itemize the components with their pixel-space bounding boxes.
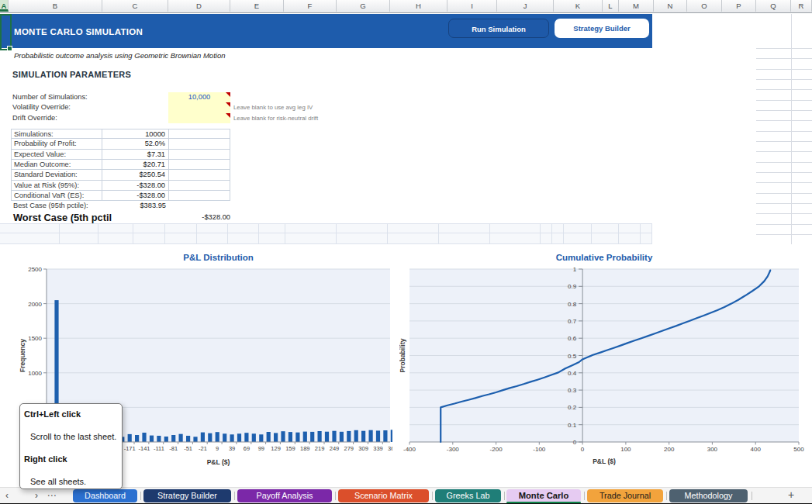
sheet-tab-trade-journal[interactable]: Trade Journal [587,489,663,503]
svg-text:279: 279 [344,445,354,452]
column-header-P[interactable]: P [722,0,756,12]
empty-cell[interactable] [169,129,230,139]
sheet-tab-greeks-lab[interactable]: Greeks Lab [435,489,501,503]
stat-label[interactable]: Conditional VaR (ES): [11,191,102,201]
svg-text:129: 129 [271,445,281,452]
tab-separator [666,492,667,500]
column-header-Q[interactable]: Q [756,0,791,12]
fill-handle[interactable] [7,46,12,51]
svg-text:-200: -200 [490,446,503,453]
stat-value[interactable]: 52.0% [102,139,169,149]
sheet-tab-methodology[interactable]: Methodology [669,489,748,503]
svg-text:1000: 1000 [28,370,42,377]
column-header-N[interactable]: N [654,0,687,12]
cdf-xlabel: P&L ($) [593,457,616,465]
svg-text:0.4: 0.4 [568,370,577,377]
stat-row: Conditional VaR (ES):-$328.00 [11,191,230,201]
stat-label[interactable]: Median Outcome: [11,160,102,170]
tab-separator [432,492,433,500]
stat-label[interactable]: Probability of Profit: [11,139,102,149]
cdf-ylabel: Probability [399,338,406,372]
active-tab-underline [506,502,581,504]
sheet-tab-payoff-analysis[interactable]: Payoff Analysis [237,489,332,503]
svg-text:249: 249 [330,445,340,452]
svg-text:1: 1 [573,266,577,273]
column-header-O[interactable]: O [687,0,722,12]
stat-label[interactable]: Expected Value: [11,150,102,160]
column-header-F[interactable]: F [284,0,337,12]
svg-text:-171: -171 [124,445,136,452]
column-header-H[interactable]: H [390,0,447,12]
svg-text:-141: -141 [138,445,150,452]
column-header-C[interactable]: C [102,0,168,12]
svg-text:39: 39 [229,445,235,452]
sheet-tab-monte-carlo[interactable]: Monte Carlo [506,489,581,503]
sheet-tab-dashboard[interactable]: Dashboard [73,489,137,503]
column-headers: ABCDEFGHIJKLMNOPQR [0,0,812,13]
empty-cell[interactable] [169,160,230,170]
cdf-chart[interactable]: 00.10.20.30.40.50.60.70.80.91-400-300-20… [399,244,812,478]
prev-sheet-arrow[interactable]: ‹ [2,488,12,503]
stat-label[interactable]: Simulations: [11,129,102,139]
excel-window: ABCDEFGHIJKLMNOPQR MONTE CARLO SIMULATIO… [0,0,812,504]
column-header-D[interactable]: D [168,0,230,12]
svg-text:0: 0 [581,446,585,453]
histogram-ylabel: Frequency [19,339,26,372]
stat-label[interactable]: Best Case (95th pctile): [11,201,102,211]
column-header-R[interactable]: R [791,0,812,12]
svg-text:1500: 1500 [28,335,42,342]
svg-text:100: 100 [620,446,631,453]
stat-value[interactable]: $20.71 [102,160,169,170]
more-sheets-icon[interactable]: ⋯ [47,488,57,503]
add-sheet-button[interactable]: + [783,488,799,503]
stat-value[interactable]: $7.31 [102,150,169,160]
svg-text:0.8: 0.8 [568,301,577,308]
sheet-tab-bar: ‹ › ⋯ DashboardStrategy BuilderPayoff An… [0,487,812,503]
column-header-J[interactable]: J [497,0,554,12]
empty-cell[interactable] [169,139,230,149]
empty-cell[interactable] [169,170,230,180]
svg-text:159: 159 [285,445,295,452]
stat-value[interactable]: -$328.00 [154,212,169,224]
svg-text:2500: 2500 [28,266,42,273]
column-header-K[interactable]: K [554,0,603,12]
tab-separator [234,492,235,500]
sheet-nav-tooltip: Ctrl+Left click Scroll to the last sheet… [19,403,123,489]
stat-value[interactable]: $383.95 [102,201,169,211]
svg-text:0.7: 0.7 [568,318,577,325]
svg-text:219: 219 [315,445,325,452]
stat-row: Worst Case (5th pctil-$328.00 [11,212,230,224]
column-header-A[interactable]: A [0,0,9,12]
column-header-E[interactable]: E [230,0,284,12]
empty-cell[interactable] [169,191,230,201]
comment-indicator-icon [226,92,230,97]
run-simulation-button[interactable]: Run Simulation [448,19,549,38]
stat-row: Probability of Profit:52.0% [11,139,230,149]
svg-text:69: 69 [244,445,250,452]
svg-text:0.1: 0.1 [568,422,577,429]
column-header-L[interactable]: L [603,0,619,12]
strategy-builder-button[interactable]: Strategy Builder [555,19,649,38]
svg-text:0.6: 0.6 [568,335,577,342]
cdf-title: Cumulative Probability [556,253,653,262]
column-header-G[interactable]: G [337,0,390,12]
stat-label[interactable]: Standard Deviation: [11,170,102,180]
stat-value[interactable]: $250.54 [102,170,169,180]
stat-row: Median Outcome:$20.71 [11,160,230,170]
stat-label[interactable]: Value at Risk (95%): [11,181,102,191]
column-header-B[interactable]: B [9,0,102,12]
stat-value[interactable]: 10000 [102,129,169,139]
column-header-I[interactable]: I [447,0,497,12]
column-header-M[interactable]: M [619,0,654,12]
volatility-note: Leave blank to use avg leg IV [233,102,313,112]
simulations-input-value[interactable]: 10,000 [168,92,230,102]
empty-cell[interactable] [169,181,230,191]
sheet-tab-strategy-builder[interactable]: Strategy Builder [143,489,231,503]
sheet-tab-scenario-matrix[interactable]: Scenario Matrix [338,489,429,503]
tooltip-line: Right click [24,454,67,464]
stat-value[interactable]: -$328.00 [102,181,169,191]
svg-text:-21: -21 [199,445,207,452]
stat-value[interactable]: -$328.00 [102,191,169,201]
next-sheet-arrow[interactable]: › [31,488,42,503]
empty-cell[interactable] [169,150,230,160]
